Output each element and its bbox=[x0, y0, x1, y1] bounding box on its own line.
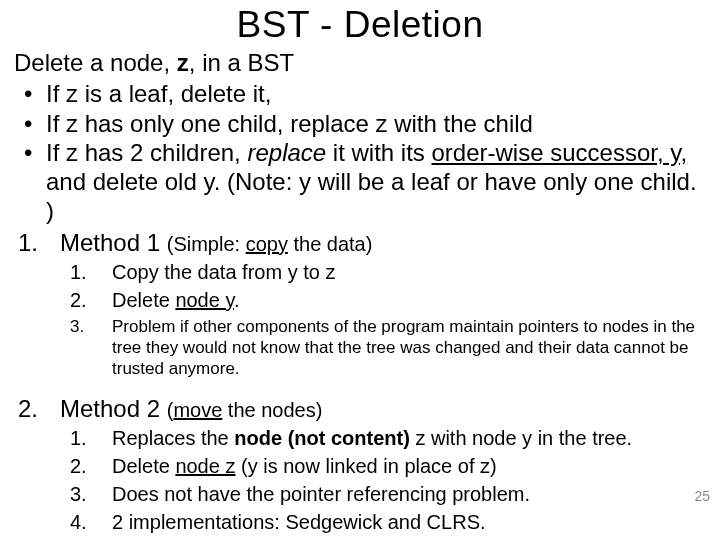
m1s2-nodey: node y bbox=[175, 289, 234, 311]
m2-sub-2-text: Delete node z (y is now linked in place … bbox=[112, 454, 497, 479]
m1-paren-copy: copy bbox=[246, 233, 288, 255]
m1-sub-3-text: Problem if other components of the progr… bbox=[112, 316, 708, 380]
m2-sub-3: 3. Does not have the pointer referencing… bbox=[70, 482, 708, 507]
m1-sub-2-text: Delete node y. bbox=[112, 288, 240, 313]
m2s2-b: (y is now linked in place of z) bbox=[235, 455, 496, 477]
m1-paren-b: the data) bbox=[288, 233, 373, 255]
intro-line: Delete a node, z, in a BST bbox=[14, 48, 708, 77]
bullet-mark: • bbox=[24, 109, 46, 138]
m2-label: Method 2 bbox=[60, 395, 167, 422]
m1-paren-a: (Simple: bbox=[167, 233, 246, 255]
method-2: 2. Method 2 (move the nodes) bbox=[14, 394, 708, 423]
bullet-1: • If z is a leaf, delete it, bbox=[24, 79, 708, 108]
bullet-list: • If z is a leaf, delete it, • If z has … bbox=[14, 79, 708, 225]
m2-sub-4: 4. 2 implementations: Sedgewick and CLRS… bbox=[70, 510, 708, 535]
m2-sub-1-text: Replaces the node (not content) z with n… bbox=[112, 426, 632, 451]
m2-sub-3-text: Does not have the pointer referencing pr… bbox=[112, 482, 530, 507]
method-1-num: 1. bbox=[14, 228, 60, 257]
intro-post: , in a BST bbox=[189, 49, 294, 76]
m1-sub-3: 3. Problem if other components of the pr… bbox=[70, 316, 708, 380]
method-2-num: 2. bbox=[14, 394, 60, 423]
m2s1-c: z with node y in the tree. bbox=[410, 427, 632, 449]
m2s1-a: Replaces the bbox=[112, 427, 234, 449]
m2-sub-3-num: 3. bbox=[70, 482, 112, 507]
bullet-3: • If z has 2 children, replace it with i… bbox=[24, 138, 708, 226]
method-1: 1. Method 1 (Simple: copy the data) bbox=[14, 228, 708, 257]
m2-sub-1: 1. Replaces the node (not content) z wit… bbox=[70, 426, 708, 451]
m2-paren-b: the nodes) bbox=[222, 399, 322, 421]
method-1-sub: 1. Copy the data from y to z 2. Delete n… bbox=[14, 260, 708, 380]
m1-sub-1: 1. Copy the data from y to z bbox=[70, 260, 708, 285]
m2-sub-2: 2. Delete node z (y is now linked in pla… bbox=[70, 454, 708, 479]
bullet-1-text: If z is a leaf, delete it, bbox=[46, 79, 271, 108]
bullet-2: • If z has only one child, replace z wit… bbox=[24, 109, 708, 138]
m1s2-a: Delete bbox=[112, 289, 175, 311]
m2-sub-4-num: 4. bbox=[70, 510, 112, 535]
m1s2-b: . bbox=[234, 289, 240, 311]
b3-replace: replace bbox=[247, 139, 326, 166]
m1-sub-3-num: 3. bbox=[70, 316, 112, 380]
method-1-label: Method 1 (Simple: copy the data) bbox=[60, 228, 372, 257]
m2-sub-1-num: 1. bbox=[70, 426, 112, 451]
bullet-2-text: If z has only one child, replace z with … bbox=[46, 109, 533, 138]
m2s2-nodez: node z bbox=[175, 455, 235, 477]
m2-paren-move: move bbox=[173, 399, 222, 421]
m2-paren: (move the nodes) bbox=[167, 399, 323, 421]
m1-sub-2: 2. Delete node y. bbox=[70, 288, 708, 313]
m1-label: Method 1 bbox=[60, 229, 167, 256]
method-2-sub: 1. Replaces the node (not content) z wit… bbox=[14, 426, 708, 535]
b3-b: it with its bbox=[326, 139, 431, 166]
m2-sub-4-text: 2 implementations: Sedgewick and CLRS. bbox=[112, 510, 486, 535]
m2s2-a: Delete bbox=[112, 455, 175, 477]
m1-sub-2-num: 2. bbox=[70, 288, 112, 313]
m1-paren: (Simple: copy the data) bbox=[167, 233, 373, 255]
m1-sub-1-num: 1. bbox=[70, 260, 112, 285]
m1-sub-1-text: Copy the data from y to z bbox=[112, 260, 335, 285]
slide-title: BST - Deletion bbox=[0, 0, 720, 46]
bullet-mark: • bbox=[24, 138, 46, 226]
b3-successor: order-wise successor, y, bbox=[432, 139, 688, 166]
m2s1-b: node (not content) bbox=[234, 427, 410, 449]
intro-z: z bbox=[177, 49, 189, 76]
b3-a: If z has 2 children, bbox=[46, 139, 247, 166]
page-number: 25 bbox=[694, 488, 710, 504]
slide-body: Delete a node, z, in a BST • If z is a l… bbox=[0, 46, 720, 535]
slide: BST - Deletion Delete a node, z, in a BS… bbox=[0, 0, 720, 540]
m2-sub-2-num: 2. bbox=[70, 454, 112, 479]
bullet-mark: • bbox=[24, 79, 46, 108]
bullet-3-text: If z has 2 children, replace it with its… bbox=[46, 138, 708, 226]
intro-pre: Delete a node, bbox=[14, 49, 177, 76]
method-2-label: Method 2 (move the nodes) bbox=[60, 394, 322, 423]
b3-c: and delete old y. (Note: y will be a lea… bbox=[46, 168, 697, 224]
